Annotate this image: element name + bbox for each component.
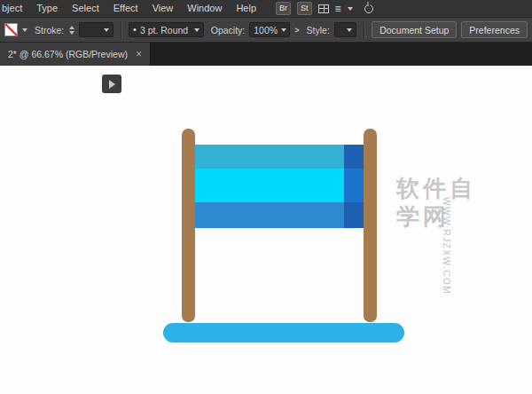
brush-preview-icon: • bbox=[133, 25, 137, 35]
watermark-url: WWW.RJZXW.COM bbox=[442, 197, 451, 295]
opacity-panel-arrow-icon[interactable]: > bbox=[294, 26, 299, 35]
menu-item-object[interactable]: bject bbox=[0, 0, 29, 17]
flag-left-post[interactable] bbox=[182, 129, 195, 322]
stock-button[interactable]: St bbox=[297, 2, 312, 15]
divider bbox=[364, 22, 364, 38]
flag-base-bar[interactable] bbox=[163, 323, 404, 343]
power-icon[interactable] bbox=[364, 4, 373, 13]
artboard-canvas[interactable]: 软件自学网 WWW.RJZXW.COM bbox=[0, 66, 532, 394]
chevron-down-icon[interactable] bbox=[22, 28, 27, 32]
stroke-weight-dropdown[interactable] bbox=[79, 22, 113, 37]
arrow-up-icon bbox=[69, 26, 74, 29]
menu-item-select[interactable]: Select bbox=[65, 0, 106, 17]
banner-band-top[interactable] bbox=[195, 145, 364, 169]
chevron-down-icon bbox=[281, 28, 286, 32]
shadow-band-top bbox=[344, 145, 364, 169]
brush-definition-value: 3 pt. Round bbox=[140, 25, 188, 35]
banner-band-bottom[interactable] bbox=[195, 202, 364, 228]
opacity-value: 100% bbox=[254, 25, 278, 35]
chevron-down-icon bbox=[348, 7, 353, 11]
preferences-button[interactable]: Preferences bbox=[461, 21, 528, 38]
divider bbox=[121, 22, 121, 38]
control-bar: Stroke: • 3 pt. Round Opacity: 100% > St… bbox=[0, 17, 532, 43]
menu-item-type[interactable]: Type bbox=[29, 0, 65, 17]
illustrator-window: bject Type Select Effect View Window Hel… bbox=[0, 0, 532, 394]
stroke-label: Stroke: bbox=[35, 25, 64, 35]
watermark: 软件自学网 WWW.RJZXW.COM bbox=[396, 174, 494, 316]
workspace-switcher-icon[interactable]: ≡ bbox=[335, 4, 341, 14]
document-tab-title: 2* @ 66.67% (RGB/Preview) bbox=[8, 49, 128, 59]
menu-item-view[interactable]: View bbox=[145, 0, 181, 17]
flag-banner[interactable] bbox=[195, 145, 364, 228]
menu-bar: bject Type Select Effect View Window Hel… bbox=[0, 0, 532, 17]
opacity-label: Opacity: bbox=[211, 25, 246, 35]
document-tab-bar: 2* @ 66.67% (RGB/Preview) × bbox=[0, 43, 532, 66]
chevron-down-icon bbox=[104, 28, 109, 32]
watermark-text: 软件自学网 bbox=[396, 174, 481, 231]
arrange-documents-icon[interactable] bbox=[318, 4, 329, 13]
style-dropdown[interactable] bbox=[334, 22, 356, 37]
arrow-down-icon bbox=[69, 31, 74, 35]
flag-right-post[interactable] bbox=[364, 129, 377, 322]
menu-item-effect[interactable]: Effect bbox=[106, 0, 145, 17]
menu-item-window[interactable]: Window bbox=[180, 0, 229, 17]
opacity-dropdown[interactable]: 100% bbox=[249, 22, 290, 37]
triangle-icon bbox=[109, 80, 115, 89]
shadow-band-bottom bbox=[344, 202, 364, 228]
style-label: Style: bbox=[307, 25, 330, 35]
canvas-corner-widget[interactable] bbox=[102, 75, 121, 93]
banner-band-middle[interactable] bbox=[195, 169, 364, 202]
menu-item-help[interactable]: Help bbox=[229, 0, 263, 17]
close-icon[interactable]: × bbox=[136, 49, 142, 59]
app-bar: Br St ≡ bbox=[276, 2, 373, 15]
chevron-down-icon bbox=[194, 28, 200, 32]
document-tab[interactable]: 2* @ 66.67% (RGB/Preview) × bbox=[0, 43, 151, 66]
document-setup-button[interactable]: Document Setup bbox=[372, 21, 457, 38]
brush-definition-dropdown[interactable]: • 3 pt. Round bbox=[129, 22, 204, 37]
banner-shadow-strip[interactable] bbox=[344, 145, 364, 228]
chevron-down-icon bbox=[347, 28, 352, 32]
stroke-weight-stepper[interactable] bbox=[69, 26, 74, 35]
shadow-band-middle bbox=[344, 169, 364, 202]
fill-none-swatch[interactable] bbox=[4, 23, 18, 36]
bridge-button[interactable]: Br bbox=[276, 2, 291, 15]
